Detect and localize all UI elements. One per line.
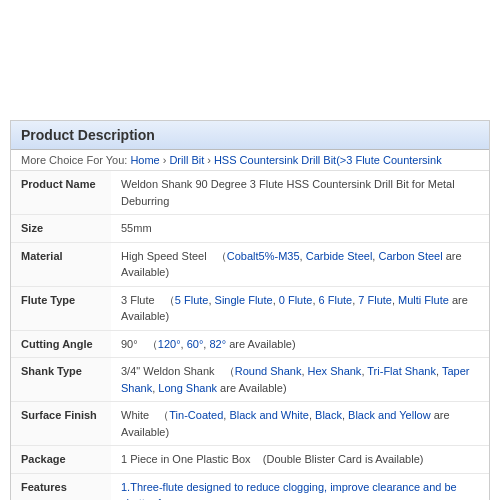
link-cobalt[interactable]: Cobalt5%-M35 [227,250,300,262]
label-features: Features [11,473,111,500]
page-wrapper: Product Description More Choice For You:… [0,0,500,500]
breadcrumb-home[interactable]: Home [130,154,159,166]
label-surface-finish: Surface Finish [11,402,111,446]
product-description-section: Product Description More Choice For You:… [10,120,490,500]
link-long[interactable]: Long Shank [158,382,217,394]
feature-1: 1.Three-flute designed to reduce cloggin… [121,479,479,501]
more-choice-label: More Choice For You: [21,154,127,166]
section-title: Product Description [21,127,479,143]
row-cutting-angle: Cutting Angle 90° （120°, 60°, 82° are Av… [11,330,489,358]
label-shank-type: Shank Type [11,358,111,402]
value-features: 1.Three-flute designed to reduce cloggin… [111,473,489,500]
desc-table: Product Name Weldon Shank 90 Degree 3 Fl… [11,171,489,500]
label-flute: Flute Type [11,286,111,330]
breadcrumb-drillbit[interactable]: Drill Bit [169,154,204,166]
breadcrumb-hss[interactable]: HSS Countersink Drill Bit(>3 Flute Count… [214,154,442,166]
value-shank-type: 3/4" Weldon Shank （Round Shank, Hex Shan… [111,358,489,402]
value-flute: 3 Flute （5 Flute, Single Flute, 0 Flute,… [111,286,489,330]
features-list: 1.Three-flute designed to reduce cloggin… [121,479,479,501]
top-spacer [10,10,490,120]
value-size: 55mm [111,215,489,243]
value-material: High Speed Steel （Cobalt5%-M35, Carbide … [111,242,489,286]
label-product-name: Product Name [11,171,111,215]
feature-link-1[interactable]: 1.Three-flute designed to reduce cloggin… [121,481,457,501]
sep1: › [163,154,167,166]
row-size: Size 55mm [11,215,489,243]
row-flute: Flute Type 3 Flute （5 Flute, Single Flut… [11,286,489,330]
row-product-name: Product Name Weldon Shank 90 Degree 3 Fl… [11,171,489,215]
link-0flute[interactable]: 0 Flute [279,294,313,306]
link-black[interactable]: Black [315,409,342,421]
link-single[interactable]: Single Flute [215,294,273,306]
sep2: › [207,154,211,166]
row-package: Package 1 Piece in One Plastic Box (Doub… [11,446,489,474]
link-by[interactable]: Black and Yellow [348,409,431,421]
link-carbon[interactable]: Carbon Steel [378,250,442,262]
link-60[interactable]: 60° [187,338,204,350]
value-product-name: Weldon Shank 90 Degree 3 Flute HSS Count… [111,171,489,215]
value-cutting-angle: 90° （120°, 60°, 82° are Available) [111,330,489,358]
link-carbide[interactable]: Carbide Steel [306,250,373,262]
link-hex[interactable]: Hex Shank [308,365,362,377]
label-package: Package [11,446,111,474]
label-size: Size [11,215,111,243]
link-triflat[interactable]: Tri-Flat Shank [367,365,436,377]
label-cutting-angle: Cutting Angle [11,330,111,358]
link-120[interactable]: 120° [158,338,181,350]
row-surface-finish: Surface Finish White （Tin-Coated, Black … [11,402,489,446]
label-material: Material [11,242,111,286]
link-7flute[interactable]: 7 Flute [358,294,392,306]
more-choice-row: More Choice For You: Home › Drill Bit › … [11,150,489,171]
link-tincoated[interactable]: Tin-Coated [169,409,223,421]
row-material: Material High Speed Steel （Cobalt5%-M35,… [11,242,489,286]
row-shank-type: Shank Type 3/4" Weldon Shank （Round Shan… [11,358,489,402]
link-6flute[interactable]: 6 Flute [319,294,353,306]
section-header: Product Description [11,121,489,150]
link-5flute[interactable]: 5 Flute [175,294,209,306]
value-surface-finish: White （Tin-Coated, Black and White, Blac… [111,402,489,446]
link-round[interactable]: Round Shank [235,365,302,377]
value-package: 1 Piece in One Plastic Box (Double Blist… [111,446,489,474]
link-bw[interactable]: Black and White [229,409,308,421]
link-82[interactable]: 82° [209,338,226,350]
link-multiflute[interactable]: Multi Flute [398,294,449,306]
row-features: Features 1.Three-flute designed to reduc… [11,473,489,500]
